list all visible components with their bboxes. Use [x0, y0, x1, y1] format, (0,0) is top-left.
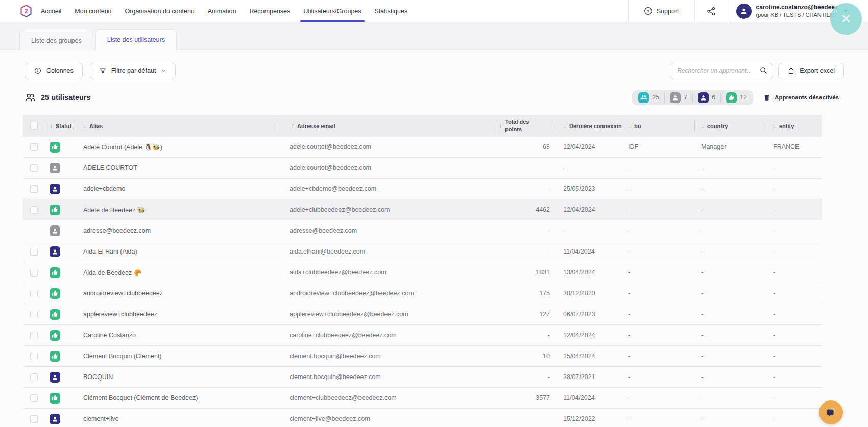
- default-filter-button[interactable]: Filtre par défaut: [90, 63, 176, 79]
- thumbs-up-icon: [52, 290, 58, 297]
- table-row[interactable]: Adèle Courtot (Adèle 🐧🐝) adele.courtot@b…: [23, 137, 822, 158]
- column-header-email[interactable]: ↑ Adresse email: [276, 115, 495, 137]
- nav-item-label: Statistiques: [375, 8, 408, 15]
- table-row[interactable]: Clément Bocquet (Clément de Beedeez) cle…: [23, 388, 822, 409]
- disabled-learners-button[interactable]: Apprenants désactivés: [763, 94, 839, 102]
- beedeez-logo[interactable]: 2: [19, 4, 33, 18]
- overlay-close-button[interactable]: ✕: [830, 3, 862, 35]
- cell-checkbox: [23, 367, 45, 387]
- thumbs-up-icon: [52, 395, 58, 401]
- table-row[interactable]: BOCQUIN clement.bocquin@beedeez.com - 28…: [23, 367, 822, 388]
- table-row[interactable]: Caroline Costanzo caroline+clubbeedeez@b…: [23, 325, 822, 346]
- select-all-checkbox[interactable]: [30, 122, 38, 130]
- search-wrap: [670, 63, 773, 79]
- chat-widget-button[interactable]: [819, 400, 843, 424]
- row-checkbox[interactable]: [30, 373, 38, 381]
- row-checkbox[interactable]: [30, 164, 38, 172]
- cell-points: -: [495, 179, 554, 199]
- cell-country: -: [694, 325, 766, 345]
- row-checkbox[interactable]: [30, 311, 38, 318]
- org-chart-icon: [706, 6, 716, 16]
- sort-arrow-icon: ↓: [628, 122, 631, 130]
- row-checkbox[interactable]: [30, 332, 38, 339]
- table-row[interactable]: clement+live clement+live@beedeez.com - …: [23, 409, 822, 427]
- cell-checkbox: [23, 199, 45, 220]
- row-checkbox[interactable]: [30, 394, 38, 402]
- status-count-badge[interactable]: 12: [721, 92, 752, 103]
- svg-text:2: 2: [25, 8, 28, 15]
- cell-last-login: 25/05/2023: [554, 179, 619, 199]
- nav-item-accueil[interactable]: Accueil: [41, 0, 61, 22]
- cell-alias: Adèle de Beedeez 🐝: [77, 199, 276, 220]
- cell-status: [45, 304, 77, 324]
- status-count-badge[interactable]: 6: [693, 92, 721, 103]
- support-button[interactable]: ? Support: [629, 0, 694, 22]
- cell-points: -: [495, 158, 554, 178]
- trash-icon: [763, 94, 770, 102]
- thumbs-up-icon: [52, 353, 58, 360]
- status-icon-registered: [50, 184, 60, 194]
- cell-status: [45, 262, 77, 283]
- cell-entity: -: [766, 409, 822, 427]
- org-chart-button[interactable]: [695, 0, 728, 22]
- nav-item-organisation-du-contenu[interactable]: Organisation du contenu: [125, 0, 195, 22]
- cell-status: [45, 346, 77, 366]
- row-checkbox[interactable]: [30, 185, 38, 193]
- table-row[interactable]: androidreview+clubbeedeez androidreview+…: [23, 283, 822, 304]
- columns-button[interactable]: Colonnes: [25, 63, 83, 79]
- thumbs-up-icon: [52, 207, 58, 213]
- export-excel-button[interactable]: Export excel: [778, 63, 844, 79]
- table-row[interactable]: Clément Bocquin (Clément) clement.bocqui…: [23, 346, 822, 367]
- table-row[interactable]: adele+cbdemo adele+cbdemo@beedeez.com - …: [23, 179, 822, 199]
- search-input[interactable]: [670, 63, 773, 79]
- summary-row: 25 utilisateurs 25 7 6 12 Apprenants dés…: [25, 89, 839, 106]
- user-count: 25 utilisateurs: [25, 92, 91, 103]
- tab-liste-des-utilisateurs[interactable]: Liste des utilisateurs: [95, 29, 177, 50]
- column-header-entity[interactable]: ↓ entity: [766, 115, 822, 137]
- row-checkbox[interactable]: [30, 269, 38, 277]
- tab-liste-des-groupes[interactable]: Liste des groupes: [19, 31, 93, 50]
- table-row[interactable]: adresse@beedeez.com adresse@beedeez.com …: [23, 220, 822, 241]
- nav-item-utilisateurs-groupes[interactable]: Utilisateurs/Groupes: [303, 0, 361, 22]
- table-row[interactable]: ADELE COURTOT adele.courtot@beedeez.com …: [23, 158, 822, 179]
- nav-item-statistiques[interactable]: Statistiques: [375, 0, 408, 22]
- cell-entity: -: [766, 199, 822, 220]
- row-checkbox[interactable]: [30, 143, 38, 151]
- nav-item-r-compenses[interactable]: Récompenses: [249, 0, 290, 22]
- cell-checkbox: [23, 346, 45, 366]
- cell-entity: -: [766, 367, 822, 387]
- cell-email: aida+clubbeedeez@beedeez.com: [276, 262, 495, 283]
- cell-alias: BOCQUIN: [77, 367, 276, 387]
- column-header-country[interactable]: ↓ country: [694, 115, 766, 137]
- row-checkbox[interactable]: [30, 206, 38, 214]
- column-header-label: country: [707, 123, 728, 129]
- table-row[interactable]: Aida El Hani (Aida) aida.elhani@beedeez.…: [23, 241, 822, 262]
- row-checkbox[interactable]: [30, 353, 38, 360]
- nav-item-animation[interactable]: Animation: [208, 0, 236, 22]
- column-header-bu[interactable]: ↓ bu: [619, 115, 694, 137]
- table-row[interactable]: Adèle de Beedeez 🐝 adele+clubbeedeez@bee…: [23, 199, 822, 220]
- column-header-statut[interactable]: ↓ Statut: [45, 115, 77, 137]
- status-count-badge[interactable]: 7: [665, 92, 693, 103]
- column-header-alias[interactable]: ↓ Alias: [77, 115, 276, 137]
- column-header-last[interactable]: ↓ Dernière connexion: [554, 115, 619, 137]
- cell-entity: -: [766, 158, 822, 178]
- row-checkbox[interactable]: [30, 415, 38, 423]
- person-icon: [52, 165, 58, 171]
- status-count-badge[interactable]: 25: [633, 92, 665, 103]
- column-header-points[interactable]: ↓ Total des points: [495, 115, 554, 137]
- cell-status: [45, 199, 77, 220]
- cell-email: clement.bocquin@beedeez.com: [276, 346, 495, 366]
- search-icon[interactable]: [759, 66, 768, 75]
- row-checkbox[interactable]: [30, 290, 38, 297]
- row-checkbox[interactable]: [30, 248, 38, 256]
- table-row[interactable]: applereview+clubbeedeez applereview+club…: [23, 304, 822, 325]
- default-filter-label: Filtre par défaut: [111, 67, 156, 74]
- cell-entity: -: [766, 346, 822, 366]
- nav-item-mon-contenu[interactable]: Mon contenu: [75, 0, 111, 22]
- topbar: 2 Accueil Mon contenu Organisation du co…: [0, 0, 868, 22]
- table-row[interactable]: Aida de Beedeez 🥐 aida+clubbeedeez@beede…: [23, 262, 822, 283]
- cell-bu: -: [619, 325, 694, 345]
- cell-status: [45, 241, 77, 262]
- export-icon: [787, 67, 795, 75]
